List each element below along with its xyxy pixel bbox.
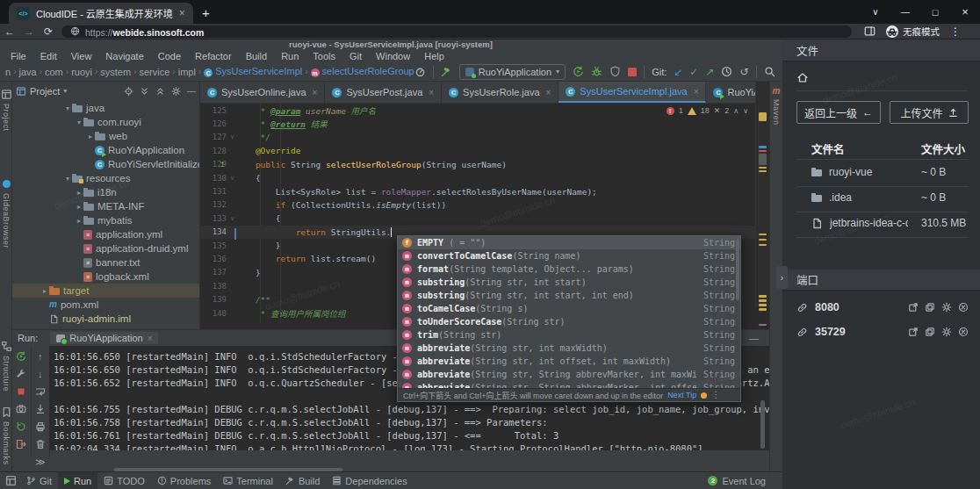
profiler-button[interactable] bbox=[414, 66, 426, 77]
event-log-button[interactable]: 2Event Log bbox=[708, 476, 782, 486]
upload-button[interactable]: 上传文件 bbox=[890, 101, 969, 124]
tree-item[interactable]: ≡application.yml bbox=[12, 227, 199, 241]
menu-run[interactable]: Run bbox=[274, 51, 306, 61]
menu-file[interactable]: File bbox=[4, 51, 33, 61]
completion-item[interactable]: fEMPTY ( = "")String bbox=[398, 236, 740, 249]
settings-icon[interactable] bbox=[941, 302, 952, 313]
next-tip-link[interactable]: Next Tip bbox=[667, 391, 696, 399]
stop-process-icon[interactable] bbox=[16, 386, 26, 397]
clear-all-icon[interactable] bbox=[35, 439, 46, 449]
side-panel-icon[interactable] bbox=[864, 25, 876, 37]
panel-collapse-handle[interactable]: › bbox=[776, 266, 788, 289]
close-icon[interactable] bbox=[958, 327, 969, 337]
completion-item[interactable]: mtrim(String str)String bbox=[398, 328, 740, 342]
stripe-mark[interactable] bbox=[759, 299, 767, 302]
close-icon[interactable]: × bbox=[148, 334, 153, 343]
stripe-mark[interactable] bbox=[759, 146, 767, 148]
open-external-icon[interactable] bbox=[908, 327, 919, 337]
minimize-button[interactable]: — bbox=[890, 7, 920, 17]
breadcrumb-item[interactable]: mselectUserRoleGroup bbox=[311, 66, 414, 78]
completion-item[interactable]: mformat(String template, Object... param… bbox=[398, 262, 740, 276]
go-up-button[interactable]: 返回上一级← bbox=[796, 101, 881, 124]
menu-refactor[interactable]: Refactor bbox=[188, 51, 239, 61]
stripe-mark[interactable] bbox=[759, 150, 767, 152]
tree-item[interactable]: ▸target bbox=[12, 284, 199, 298]
up-stack-icon[interactable]: ↑ bbox=[35, 351, 46, 362]
tree-item[interactable]: ▾resources bbox=[12, 171, 199, 185]
breadcrumb-item[interactable]: ruoyi bbox=[71, 67, 92, 77]
prev-problem-icon[interactable]: ∧ bbox=[733, 107, 739, 115]
stripe-mark[interactable] bbox=[759, 304, 767, 306]
hide-panel-button[interactable]: — bbox=[187, 87, 196, 96]
completion-item[interactable]: mabbreviate(String str, int offset, int … bbox=[398, 355, 740, 368]
breadcrumb-item[interactable]: n bbox=[5, 67, 11, 77]
inspection-widget[interactable]: !1 18 ✕2 ∧ ∨ bbox=[667, 106, 748, 115]
tab-search-icon[interactable]: ∨ bbox=[861, 7, 890, 17]
tree-item[interactable]: CRuoYiServletInitialize bbox=[12, 157, 199, 171]
menu-help[interactable]: Help bbox=[417, 51, 451, 61]
tool-window-button-project[interactable]: Project bbox=[0, 89, 12, 135]
status-item-terminal[interactable]: Terminal bbox=[217, 472, 279, 489]
run-tab[interactable]: RuoYiApplication × bbox=[50, 332, 158, 344]
close-button[interactable]: × bbox=[950, 5, 980, 18]
stripe-mark[interactable] bbox=[759, 154, 767, 165]
menu-window[interactable]: Window bbox=[369, 51, 417, 61]
back-button[interactable]: ← bbox=[0, 25, 19, 38]
error-stripe[interactable] bbox=[755, 82, 769, 307]
tree-item[interactable]: ▾java bbox=[12, 101, 199, 115]
collapse-all-button[interactable] bbox=[155, 86, 165, 97]
chevron-down-icon[interactable]: ▾ bbox=[63, 88, 67, 95]
editor-tab[interactable]: CSysUserOnline.java× bbox=[200, 82, 325, 103]
breadcrumb-item[interactable]: system bbox=[100, 67, 131, 77]
close-icon[interactable]: × bbox=[429, 88, 434, 97]
address-bar[interactable]: https://webide.sinosoft.com bbox=[61, 25, 852, 38]
status-item-run[interactable]: Run bbox=[58, 472, 97, 489]
stripe-mark[interactable] bbox=[759, 112, 767, 121]
console-vscrollbar[interactable] bbox=[760, 400, 765, 449]
next-problem-icon[interactable]: ∨ bbox=[743, 107, 748, 115]
stripe-mark[interactable] bbox=[759, 167, 767, 169]
build-hammer-button[interactable] bbox=[441, 66, 452, 77]
stripe-mark[interactable] bbox=[759, 324, 767, 326]
coverage-button[interactable] bbox=[609, 66, 621, 77]
close-icon[interactable]: × bbox=[694, 87, 699, 97]
breadcrumb-item[interactable]: service bbox=[140, 67, 170, 77]
git-commit-button[interactable]: ✓ bbox=[689, 67, 698, 77]
completion-item[interactable]: mabbreviate(String str, int maxWidth)Str… bbox=[398, 342, 740, 355]
tree-item[interactable]: ▸web bbox=[12, 129, 199, 143]
stripe-mark[interactable] bbox=[759, 244, 767, 246]
tree-item[interactable]: ≡application-druid.yml bbox=[12, 241, 199, 255]
forward-button[interactable]: → bbox=[19, 25, 39, 38]
exit-icon[interactable] bbox=[16, 439, 26, 449]
print-icon[interactable] bbox=[35, 421, 46, 432]
git-push-button[interactable]: ↗ bbox=[705, 67, 714, 77]
completion-item[interactable]: msubstring(String str, int start)String bbox=[398, 276, 740, 289]
tree-item[interactable]: ≡logback.xml bbox=[12, 270, 199, 284]
close-icon[interactable]: × bbox=[313, 88, 318, 97]
close-icon[interactable] bbox=[958, 302, 969, 313]
menu-navigate[interactable]: Navigate bbox=[98, 51, 150, 61]
locate-button[interactable] bbox=[124, 86, 133, 97]
menu-code[interactable]: Code bbox=[151, 51, 188, 61]
tool-window-button-bookmarks[interactable]: Bookmarks bbox=[0, 406, 12, 469]
tree-item[interactable]: ▸i18n bbox=[12, 185, 199, 199]
tool-window-maven[interactable]: Maven bbox=[772, 99, 781, 126]
tree-item[interactable]: ▸mybatis bbox=[12, 213, 199, 227]
stripe-mark[interactable] bbox=[759, 308, 767, 311]
stop-button[interactable] bbox=[628, 68, 637, 76]
popup-scrollbar[interactable] bbox=[736, 239, 739, 300]
restore-windows-icon[interactable] bbox=[5, 475, 17, 486]
settings-icon[interactable] bbox=[941, 327, 952, 337]
stripe-mark[interactable] bbox=[759, 295, 767, 298]
open-external-icon[interactable] bbox=[908, 302, 919, 313]
chevron-down-icon[interactable]: ▾ bbox=[556, 68, 559, 76]
tree-item[interactable]: ▸META-INF bbox=[12, 199, 199, 213]
hide-panel-icon[interactable]: — bbox=[749, 334, 759, 343]
tree-item[interactable]: ruoyi-admin.iml bbox=[12, 312, 199, 326]
copy-icon[interactable] bbox=[925, 327, 935, 337]
tab-close-icon[interactable]: × bbox=[179, 7, 185, 19]
tree-item[interactable]: mpom.xml bbox=[12, 298, 199, 312]
thread-dump-icon[interactable] bbox=[16, 404, 26, 414]
site-info-icon[interactable] bbox=[70, 26, 80, 36]
down-stack-icon[interactable]: ↓ bbox=[35, 369, 46, 379]
